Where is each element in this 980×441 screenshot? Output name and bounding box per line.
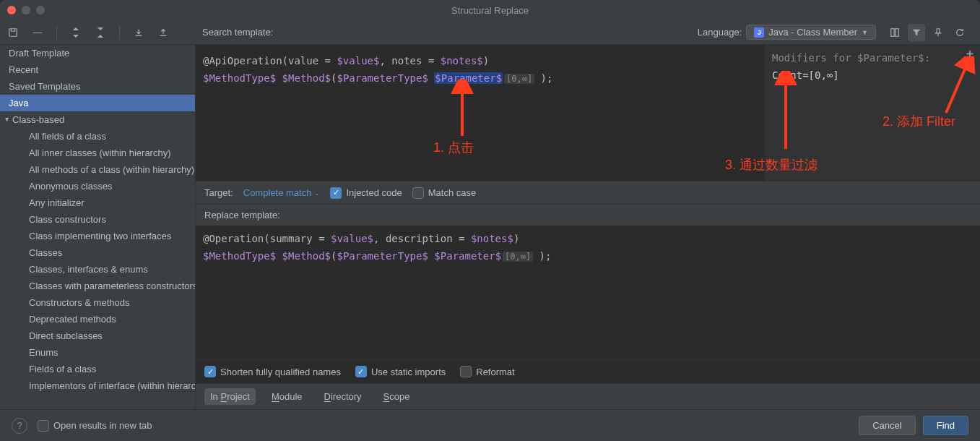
sidebar-item[interactable]: Classes, interfaces & enums [0,261,195,278]
svg-rect-2 [896,28,898,36]
search-template-label: Search template: [202,27,273,38]
shorten-names-checkbox[interactable]: Shorten fully qualified names [204,366,341,377]
language-label: Language: [698,27,742,38]
sidebar-draft[interactable]: Draft Template [0,45,195,61]
static-imports-checkbox[interactable]: Use static imports [355,366,446,377]
search-template-editor[interactable]: @ApiOperation(value = $value$, notes = $… [196,45,980,181]
help-button[interactable]: ? [12,418,27,434]
view-mode-icon[interactable] [886,24,903,41]
target-select[interactable]: Complete match⌄ [243,187,321,198]
scope-tab-project[interactable]: In Project [204,388,256,405]
modifiers-count: Count=[0,∞] [772,67,960,84]
filter-icon[interactable] [908,24,925,41]
zoom-window-icon[interactable] [36,6,45,14]
scope-tab-module[interactable]: Module [266,388,308,405]
reformat-checkbox[interactable]: Reformat [460,366,514,377]
templates-sidebar: Draft Template Recent Saved Templates Ja… [0,45,195,409]
language-select[interactable]: J Java - Class Member ▼ [746,25,876,40]
minimize-window-icon[interactable] [22,6,30,14]
remove-filter-button: − [963,61,977,75]
refresh-icon[interactable] [951,24,968,41]
titlebar: Structural Replace [0,0,980,20]
open-new-tab-checkbox[interactable]: Open results in new tab [38,420,152,432]
expand-collapse-icon[interactable] [70,27,82,38]
injected-code-checkbox[interactable]: Injected code [330,187,402,199]
collapse-icon[interactable] [95,27,106,38]
java-icon: J [754,27,764,38]
close-window-icon[interactable] [7,6,16,14]
sidebar-java[interactable]: Java [0,95,195,111]
sidebar-item[interactable]: Anonymous classes [0,178,195,194]
pin-icon[interactable] [929,24,947,41]
svg-rect-0 [9,28,17,36]
sidebar-item[interactable]: Class implementing two interfaces [0,228,195,244]
add-filter-button[interactable]: + [963,46,977,61]
modifiers-panel: Modifiers for $Parameter$: Count=[0,∞] +… [765,45,980,181]
sidebar-item[interactable]: Any initializer [0,194,195,211]
svg-rect-1 [891,28,894,36]
cancel-button[interactable]: Cancel [859,416,915,435]
sidebar-item[interactable]: Fields of a class [0,361,195,377]
sidebar-item[interactable]: Direct subclasses [0,327,195,344]
match-case-checkbox[interactable]: Match case [412,187,476,199]
sidebar-item[interactable]: All fields of a class [0,128,195,145]
sidebar-saved[interactable]: Saved Templates [0,78,195,95]
sidebar-item[interactable]: Implementors of interface (within hierar… [0,377,195,394]
replace-template-editor[interactable]: @Operation(summary = $value$, descriptio… [196,226,980,359]
sidebar-item[interactable]: Classes [0,244,195,261]
import-icon[interactable] [157,27,169,38]
scope-tab-scope[interactable]: Scope [378,388,416,405]
target-label: Target: [204,187,233,198]
remove-template-icon[interactable]: — [32,27,43,38]
save-template-icon[interactable] [7,27,19,38]
sidebar-item[interactable]: Constructors & methods [0,294,195,311]
sidebar-recent[interactable]: Recent [0,61,195,78]
sidebar-item[interactable]: Classes with parameterless constructors [0,278,195,294]
replace-template-label: Replace template: [196,204,980,226]
sidebar-item[interactable]: Enums [0,344,195,361]
chevron-down-icon: ▸ [4,118,12,121]
sidebar-item[interactable]: All inner classes (within hierarchy) [0,145,195,161]
sidebar-item[interactable]: Class constructors [0,211,195,228]
scope-tab-directory[interactable]: Directory [318,388,368,405]
sidebar-item[interactable]: All methods of a class (within hierarchy… [0,161,195,178]
find-button[interactable]: Find [923,416,968,435]
parameter-variable[interactable]: $Parameter$ [434,72,503,84]
sidebar-group-classbased[interactable]: ▸Class-based [0,111,195,128]
sidebar-item[interactable]: Deprecated methods [0,311,195,327]
export-icon[interactable] [133,27,144,38]
window-title: Structural Replace [451,5,529,16]
modifiers-title: Modifiers for $Parameter$: [772,49,960,67]
